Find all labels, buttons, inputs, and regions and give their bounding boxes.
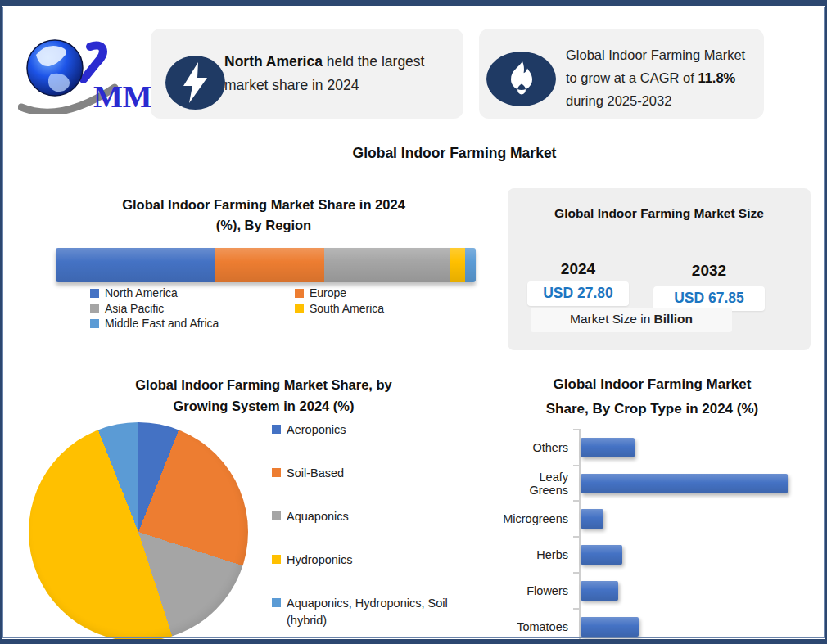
region-segment-south-america: [450, 248, 465, 282]
market-size-value: USD 27.80: [527, 281, 629, 306]
crop-bar-tomatoes: [581, 617, 639, 637]
legend-swatch-icon: [295, 304, 304, 313]
crop-label: Tomatoes: [501, 620, 575, 633]
legend-label: Asia Pacific: [105, 301, 164, 317]
growing-system-legend-item-soil-based: Soil-Based: [272, 465, 467, 482]
legend-swatch-icon: [272, 555, 281, 564]
region-segment-middle-east-and-africa: [465, 248, 476, 282]
crop-row-leafy-greens: Leafy Greens: [501, 466, 812, 502]
legend-swatch-icon: [90, 319, 99, 328]
crop-row-herbs: Herbs: [501, 537, 812, 573]
region-legend: North AmericaEuropeAsia PacificSouth Ame…: [90, 286, 475, 331]
market-size-title: Global Indoor Farming Market Size: [508, 206, 811, 221]
market-size-box: Global Indoor Farming Market Size 2024 U…: [508, 188, 811, 350]
logo-two-swoosh: [84, 45, 103, 79]
infographic-page: MMR North America held the largest marke…: [0, 0, 827, 644]
region-legend-item-middle-east-and-africa: Middle East and Africa: [90, 316, 295, 331]
crop-axis-tick: [573, 536, 580, 538]
market-size-year: 2032: [653, 262, 765, 280]
crop-row-tomatoes: Tomatoes: [501, 609, 812, 644]
crop-bar-leafy-greens: [581, 474, 788, 493]
legend-label: Soil-Based: [287, 465, 344, 482]
market-size-2032: 2032 USD 67.85: [653, 262, 765, 311]
lightning-icon: [165, 56, 225, 110]
region-segment-asia-pacific: [324, 248, 450, 282]
growing-system-legend-item-aeroponics: Aeroponics: [272, 421, 467, 439]
legend-label: Hydroponics: [287, 552, 353, 569]
crop-bar-others: [581, 438, 635, 457]
region-segment-north-america: [56, 248, 215, 282]
crop-axis-tick: [573, 500, 580, 502]
growing-system-legend-item-aquaponics-hydroponics-soil-hybrid: Aquaponics, Hydroponics, Soil (hybrid): [272, 595, 467, 629]
legend-label: Europe: [310, 286, 346, 301]
region-stacked-bar: [56, 248, 476, 282]
legend-label: South America: [310, 301, 384, 317]
market-size-caption: Market Size in Billion: [531, 308, 732, 332]
pie-chart-title: Global Indoor Farming Market Share, by G…: [49, 374, 478, 417]
crop-bar-herbs: [581, 545, 622, 565]
crop-axis-tick: [573, 572, 580, 574]
market-size-year: 2024: [527, 260, 629, 278]
region-segment-europe: [215, 248, 324, 282]
crop-label: Leafy Greens: [501, 471, 575, 497]
region-legend-item-asia-pacific: Asia Pacific: [90, 301, 295, 317]
flame-icon: [486, 52, 556, 106]
region-legend-item-north-america: North America: [90, 286, 295, 301]
growing-system-legend-item-aquaponics: Aquaponics: [272, 508, 467, 525]
crop-bar-flowers: [581, 581, 618, 601]
legend-swatch-icon: [272, 598, 281, 607]
legend-swatch-icon: [90, 289, 99, 298]
callout-north-america: North America held the largest market sh…: [151, 29, 463, 119]
legend-label: Aeroponics: [287, 421, 346, 439]
crop-bar-microgreens: [581, 509, 603, 529]
legend-label: Aquaponics, Hydroponics, Soil (hybrid): [287, 595, 467, 629]
region-legend-item-south-america: South America: [295, 301, 475, 317]
crop-label: Microgreens: [501, 512, 575, 525]
mmr-logo: MMR: [18, 32, 153, 114]
market-size-2024: 2024 USD 27.80: [527, 260, 629, 306]
crop-row-others: Others: [501, 430, 812, 466]
region-legend-item-europe: Europe: [295, 286, 475, 301]
legend-swatch-icon: [295, 289, 304, 298]
growing-system-pie: [29, 422, 248, 642]
crop-axis-tick: [573, 465, 580, 466]
legend-swatch-icon: [272, 425, 281, 434]
legend-label: North America: [105, 286, 178, 301]
crop-type-chart: OthersLeafy GreensMicrogreensHerbsFlower…: [501, 427, 812, 643]
crop-row-microgreens: Microgreens: [501, 501, 812, 537]
legend-swatch-icon: [272, 468, 281, 477]
legend-label: Middle East and Africa: [105, 316, 219, 331]
crop-label: Flowers: [501, 584, 575, 597]
crop-label: Others: [501, 441, 575, 454]
region-chart-title: Global Indoor Farming Market Share in 20…: [49, 195, 478, 236]
growing-system-legend-item-hydroponics: Hydroponics: [272, 552, 467, 569]
crop-row-flowers: Flowers: [501, 573, 812, 609]
callout-north-america-text: North America held the largest market sh…: [224, 50, 455, 97]
crop-chart-title: Global Indoor Farming Market Share, By C…: [523, 372, 781, 421]
crop-axis-tick: [573, 608, 580, 610]
logo-text: MMR: [93, 79, 153, 114]
crop-label: Herbs: [501, 548, 575, 561]
crop-axis-tick: [573, 429, 580, 430]
legend-swatch-icon: [272, 511, 281, 520]
legend-swatch-icon: [90, 304, 99, 313]
page-title: Global Indoor Farming Market: [80, 145, 827, 162]
callout-cagr-text: Global Indoor Farming Market to grow at …: [566, 43, 759, 112]
legend-label: Aquaponics: [287, 508, 349, 525]
callout-cagr: Global Indoor Farming Market to grow at …: [479, 29, 764, 119]
pie-legend: AeroponicsSoil-BasedAquaponicsHydroponic…: [272, 421, 467, 644]
